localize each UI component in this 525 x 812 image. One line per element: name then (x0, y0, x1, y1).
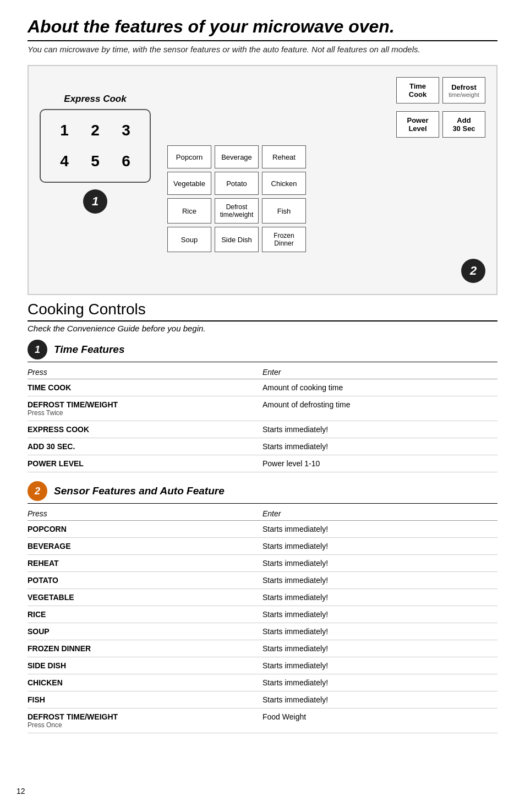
add-30-enter: Starts immediately! (262, 438, 497, 455)
reheat-enter: Starts immediately! (262, 555, 497, 572)
badge-1: 1 (83, 189, 107, 214)
diagram-area: Express Cook 1 2 3 4 5 6 1 Time Cook Def… (28, 65, 497, 295)
add-30-sec-second: 30 Sec (452, 124, 475, 133)
cooking-controls-title: Cooking Controls (28, 301, 497, 321)
table-row: CHICKEN Starts immediately! (28, 674, 497, 691)
express-cook-enter: Starts immediately! (262, 421, 497, 438)
potato-button[interactable]: Potato (215, 172, 259, 195)
time-cook-button[interactable]: Time Cook (396, 77, 439, 103)
feature-buttons-grid: Popcorn Beverage Reheat Vegetable Potato… (167, 145, 485, 252)
defrost-tw-press: DEFROST TIME/WEIGHT Press Twice (28, 396, 262, 421)
top-row-buttons: Time Cook Defrost time/weight (167, 77, 485, 103)
soup-press: SOUP (28, 623, 262, 640)
power-level-press: POWER LEVEL (28, 455, 262, 472)
defrost-tw-once-enter: Food Weight (262, 709, 497, 733)
power-level-second: Level (408, 124, 426, 133)
fish-press: FISH (28, 691, 262, 709)
express-cook-keypad: 1 2 3 4 5 6 (40, 109, 151, 183)
time-features-header: 1 Time Features (28, 340, 497, 362)
defrost-tw-enter: Amount of defrosting time (262, 396, 497, 421)
add-30-sec-main: Add (457, 116, 471, 124)
sensor-col-press-label: Press (28, 507, 262, 521)
sensor-features-table: Press Enter POPCORN Starts immediately! … (28, 507, 497, 733)
badge-2: 2 (461, 259, 485, 283)
key-6: 6 (112, 148, 140, 175)
page-title: About the features of your microwave ove… (28, 17, 497, 41)
time-features-table: Press Enter TIME COOK Amount of cooking … (28, 366, 497, 472)
power-level-main: Power (407, 116, 428, 124)
col-press-label: Press (28, 366, 262, 379)
add-30-press: ADD 30 SEC. (28, 438, 262, 455)
table-row: SOUP Starts immediately! (28, 623, 497, 640)
table-row: POWER LEVEL Power level 1-10 (28, 455, 497, 472)
defrost-tw-once-press: DEFROST TIME/WEIGHT Press Once (28, 709, 262, 733)
sensor-features-section: 2 Sensor Features and Auto Feature Press… (28, 481, 497, 733)
table-row: VEGETABLE Starts immediately! (28, 589, 497, 606)
vegetable-button[interactable]: Vegetable (167, 172, 211, 195)
chicken-press: CHICKEN (28, 674, 262, 691)
potato-enter: Starts immediately! (262, 572, 497, 589)
table-row: TIME COOK Amount of cooking time (28, 379, 497, 396)
frozen-dinner-enter: Starts immediately! (262, 640, 497, 657)
add-30-sec-button[interactable]: Add 30 Sec (442, 111, 485, 138)
key-1: 1 (51, 117, 78, 144)
frozen-dinner-press: FROZEN DINNER (28, 640, 262, 657)
key-4: 4 (51, 148, 78, 175)
key-2: 2 (81, 117, 109, 144)
side-dish-enter: Starts immediately! (262, 657, 497, 674)
reheat-press: REHEAT (28, 555, 262, 572)
potato-press: POTATO (28, 572, 262, 589)
express-cook-label: Express Cook (64, 94, 126, 105)
fish-button[interactable]: Fish (262, 198, 306, 224)
vegetable-enter: Starts immediately! (262, 589, 497, 606)
rice-enter: Starts immediately! (262, 606, 497, 623)
soup-enter: Starts immediately! (262, 623, 497, 640)
express-cook-panel: Express Cook 1 2 3 4 5 6 1 (40, 94, 151, 214)
defrost-label-main: Defrost (451, 83, 477, 91)
page-subtitle: You can microwave by time, with the sens… (28, 45, 497, 54)
popcorn-button[interactable]: Popcorn (167, 145, 211, 168)
table-row: REHEAT Starts immediately! (28, 555, 497, 572)
sensor-features-badge: 2 (28, 481, 47, 501)
soup-button[interactable]: Soup (167, 227, 211, 252)
side-dish-press: SIDE DISH (28, 657, 262, 674)
table-row: EXPRESS COOK Starts immediately! (28, 421, 497, 438)
time-features-title: Time Features (54, 344, 124, 356)
time-cook-label-main: Time (409, 82, 426, 90)
reheat-button[interactable]: Reheat (262, 145, 306, 168)
rice-press: RICE (28, 606, 262, 623)
power-level-button[interactable]: Power Level (396, 111, 439, 138)
sensor-features-title: Sensor Features and Auto Feature (54, 485, 225, 497)
key-5: 5 (81, 148, 109, 175)
time-features-section: 1 Time Features Press Enter TIME COOK Am… (28, 340, 497, 472)
col-enter-label: Enter (262, 366, 497, 379)
beverage-button[interactable]: Beverage (215, 145, 259, 168)
key-3: 3 (112, 117, 140, 144)
beverage-press: BEVERAGE (28, 538, 262, 555)
side-dish-button[interactable]: Side Dish (215, 227, 259, 252)
sensor-features-header: 2 Sensor Features and Auto Feature (28, 481, 497, 504)
table-row: FROZEN DINNER Starts immediately! (28, 640, 497, 657)
table-row: FISH Starts immediately! (28, 691, 497, 709)
vegetable-press: VEGETABLE (28, 589, 262, 606)
express-cook-press: EXPRESS COOK (28, 421, 262, 438)
page-number: 12 (17, 787, 25, 795)
table-row: POTATO Starts immediately! (28, 572, 497, 589)
cooking-controls-subtitle: Check the Convenience Guide before you b… (28, 324, 497, 333)
table-row: POPCORN Starts immediately! (28, 521, 497, 538)
defrost-tw-grid-button[interactable]: Defrosttime/weight (215, 198, 259, 224)
beverage-enter: Starts immediately! (262, 538, 497, 555)
table-row: DEFROST TIME/WEIGHT Press Once Food Weig… (28, 709, 497, 733)
table-row: ADD 30 SEC. Starts immediately! (28, 438, 497, 455)
table-row: DEFROST TIME/WEIGHT Press Twice Amount o… (28, 396, 497, 421)
defrost-time-weight-button[interactable]: Defrost time/weight (442, 77, 485, 103)
time-cook-press: TIME COOK (28, 379, 262, 396)
time-cook-enter: Amount of cooking time (262, 379, 497, 396)
rice-button[interactable]: Rice (167, 198, 211, 224)
chicken-enter: Starts immediately! (262, 674, 497, 691)
frozen-dinner-button[interactable]: FrozenDinner (262, 227, 306, 252)
buttons-panel: Time Cook Defrost time/weight Power Leve… (167, 77, 485, 283)
chicken-button[interactable]: Chicken (262, 172, 306, 195)
defrost-label-sub: time/weight (449, 91, 479, 98)
second-row-buttons: Power Level Add 30 Sec (167, 111, 485, 138)
